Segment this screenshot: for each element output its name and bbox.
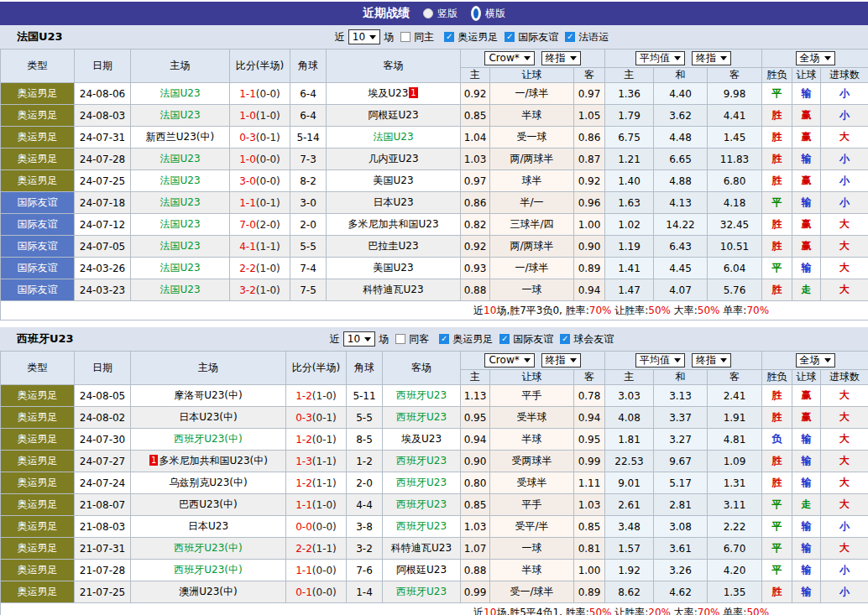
result-goals: 大 xyxy=(821,538,868,560)
match-row: 国际友谊24-03-23法国U233-2(1-0)7-5科特迪瓦U230.88一… xyxy=(1,279,868,301)
team-link[interactable]: 西班牙U23 xyxy=(396,477,447,488)
category-checkbox-friendly[interactable] xyxy=(499,334,510,344)
team-link[interactable]: 法国U23 xyxy=(159,153,200,164)
avg-draw-odds: 3.13 xyxy=(654,385,708,407)
home-team-cell: 法国U23 xyxy=(131,149,230,170)
layout-radio-vertical[interactable]: 竖版 xyxy=(423,7,458,21)
layout-radio-horizontal[interactable]: 横版 xyxy=(471,6,505,21)
same-venue-checkbox[interactable] xyxy=(400,32,410,42)
category-checkbox-olympic[interactable] xyxy=(439,334,449,344)
handicap-away-odds: 0.90 xyxy=(574,236,605,258)
handicap-home-odds: 1.03 xyxy=(461,516,490,538)
team-link[interactable]: 巴西U23(中) xyxy=(179,498,237,510)
team-link[interactable]: 法国U23 xyxy=(159,87,200,99)
team-link[interactable]: 法国U23 xyxy=(373,131,413,143)
final-odds-select[interactable]: 终指 xyxy=(692,353,731,367)
avg-away-odds: 1.35 xyxy=(708,581,762,603)
away-team-cell: 科特迪瓦U23 xyxy=(327,279,461,301)
team-link[interactable]: 乌兹别克U23(中) xyxy=(169,477,247,488)
match-type-badge: 国际友谊 xyxy=(1,214,75,236)
handicap-line: 半球 xyxy=(490,560,574,581)
final-odds-select[interactable]: 终指 xyxy=(541,51,581,65)
team-link[interactable]: 多米尼加共和国U23 xyxy=(348,218,438,230)
match-date: 21-08-07 xyxy=(75,494,131,516)
category-checkbox-extra[interactable] xyxy=(565,32,575,42)
corner-cell: 5-14 xyxy=(290,127,327,149)
team-link[interactable]: 新西兰U23(中) xyxy=(146,131,214,143)
team-link[interactable]: 美国U23 xyxy=(373,262,413,274)
team-link[interactable]: 西班牙U23 xyxy=(396,411,447,423)
team-link[interactable]: 阿根廷U23 xyxy=(368,109,418,121)
team-link[interactable]: 日本U23 xyxy=(188,520,228,532)
team-link[interactable]: 法国U23 xyxy=(159,196,200,208)
corner-cell: 7-3 xyxy=(290,149,327,170)
avg-away-odds: 1.09 xyxy=(708,451,762,472)
team-link[interactable]: 西班牙U23(中) xyxy=(174,433,242,445)
team-link[interactable]: 法国U23 xyxy=(159,218,200,230)
avg-home-odds: 3.03 xyxy=(605,385,654,407)
team-link[interactable]: 多米尼加共和国U23(中) xyxy=(159,455,267,466)
halftime-score: (0-1) xyxy=(312,412,337,424)
match-count-select[interactable]: 10 xyxy=(343,331,375,347)
team-link[interactable]: 法国U23 xyxy=(159,262,200,274)
team-link[interactable]: 法国U23 xyxy=(159,175,200,186)
team-link[interactable]: 西班牙U23 xyxy=(396,498,447,510)
halftime-score: (0-1) xyxy=(312,434,337,446)
chevron-down-icon xyxy=(720,56,727,60)
home-team-cell: 新西兰U23(中) xyxy=(131,127,230,149)
fulltime-score: 3-0 xyxy=(239,175,256,187)
category-checkbox-olympic[interactable] xyxy=(444,32,454,42)
fullmatch-select[interactable]: 全场 xyxy=(796,51,835,65)
team-link[interactable]: 日本U23(中) xyxy=(179,411,237,423)
fullmatch-select[interactable]: 全场 xyxy=(796,353,835,367)
match-row: 奥运男足24-07-28法国U231-0(0-0)7-3几内亚U231.03两/… xyxy=(1,149,868,170)
team-link[interactable]: 法国U23 xyxy=(159,109,200,121)
avg-home-odds: 1.79 xyxy=(605,105,654,127)
radio-vertical-label: 竖版 xyxy=(437,7,458,21)
same-venue-checkbox[interactable] xyxy=(395,334,405,344)
handicap-line: 一球 xyxy=(490,279,574,301)
team-link[interactable]: 摩洛哥U23(中) xyxy=(174,389,242,401)
category-checkbox-extra[interactable] xyxy=(560,334,570,344)
home-team-cell: 澳洲U23(中) xyxy=(131,581,286,603)
col-result-handicap: 让球 xyxy=(792,370,821,385)
team-link[interactable]: 美国U23 xyxy=(373,175,413,186)
average-select[interactable]: 平均值 xyxy=(635,353,685,367)
team-link[interactable]: 西班牙U23 xyxy=(396,520,447,532)
match-date: 21-07-25 xyxy=(75,581,131,603)
final-odds-select[interactable]: 终指 xyxy=(692,51,731,65)
result-handicap: 输 xyxy=(792,560,821,581)
team-link[interactable]: 日本U23 xyxy=(373,196,413,208)
team-link[interactable]: 西班牙U23 xyxy=(396,455,447,466)
team-link[interactable]: 巴拉圭U23 xyxy=(368,240,418,252)
team-link[interactable]: 西班牙U23(中) xyxy=(174,564,242,576)
team-link[interactable]: 西班牙U23 xyxy=(396,389,447,401)
result-handicap: 赢 xyxy=(792,236,821,258)
corner-cell: 5-11 xyxy=(347,385,383,407)
team-link[interactable]: 科特迪瓦U23 xyxy=(391,542,452,554)
team-link[interactable]: 西班牙U23(中) xyxy=(174,542,242,554)
avg-home-odds: 1.41 xyxy=(605,258,654,279)
bookmaker-select[interactable]: Crow* xyxy=(484,51,534,65)
team-link[interactable]: 法国U23 xyxy=(159,284,200,295)
team-link[interactable]: 西班牙U23 xyxy=(396,586,447,597)
final-odds-select[interactable]: 终指 xyxy=(541,353,581,367)
avg-draw-odds: 5.17 xyxy=(654,472,708,494)
team-link[interactable]: 澳洲U23(中) xyxy=(179,586,237,597)
col-home: 主场 xyxy=(131,352,286,385)
col-score: 比分(半场) xyxy=(286,352,347,385)
bookmaker-select[interactable]: Crow* xyxy=(484,353,534,367)
match-row: 奥运男足24-07-25法国U233-0(0-0)8-2美国U230.97球半0… xyxy=(1,170,868,192)
team-link[interactable]: 埃及U23 xyxy=(368,87,408,99)
match-count-select[interactable]: 10 xyxy=(348,29,380,44)
team-link[interactable]: 埃及U23 xyxy=(401,433,442,445)
team-link[interactable]: 法国U23 xyxy=(159,240,200,252)
team-link[interactable]: 科特迪瓦U23 xyxy=(363,284,423,295)
match-type-badge: 奥运男足 xyxy=(1,149,75,170)
average-select[interactable]: 平均值 xyxy=(635,51,685,65)
category-checkbox-friendly[interactable] xyxy=(505,32,515,42)
team-link[interactable]: 几内亚U23 xyxy=(368,153,418,164)
result-handicap: 输 xyxy=(792,472,821,494)
avg-home-odds: 1.02 xyxy=(605,214,654,236)
team-link[interactable]: 阿根廷U23 xyxy=(396,564,447,576)
